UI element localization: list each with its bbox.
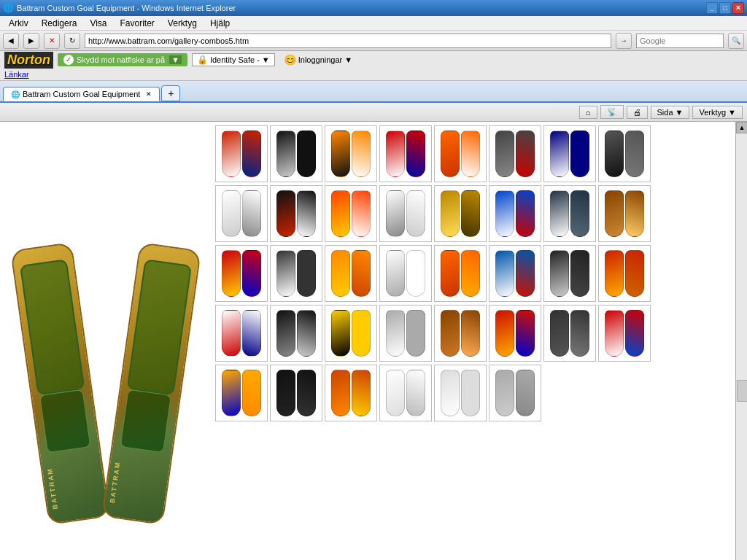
combo-item[interactable] <box>489 305 541 362</box>
maximize-button[interactable]: □ <box>719 2 731 14</box>
menu-arkiv[interactable]: Arkiv <box>3 17 34 30</box>
combo-item[interactable] <box>543 245 596 302</box>
combo-item[interactable] <box>434 305 487 362</box>
norton-shield-badge[interactable]: ✓ Skydd mot natfiske ar på ▼ <box>58 53 187 66</box>
mini-pad-left <box>441 190 460 237</box>
combo-item[interactable] <box>543 125 596 182</box>
scroll-up[interactable]: ▲ <box>736 122 747 133</box>
menu-redigera[interactable]: Redigera <box>36 17 83 30</box>
mini-pad-right <box>352 131 371 177</box>
new-tab-button[interactable]: + <box>161 85 180 101</box>
address-bar[interactable] <box>85 34 611 48</box>
menu-visa[interactable]: Visa <box>84 17 112 30</box>
combo-item[interactable] <box>598 125 651 182</box>
mini-pad-right <box>297 190 316 237</box>
combo-item[interactable] <box>598 305 651 362</box>
refresh-button[interactable]: ↻ <box>64 33 80 49</box>
scrollbar[interactable]: ▲ ▼ <box>735 122 747 560</box>
print-button[interactable]: 🖨 <box>627 106 648 119</box>
combo-item[interactable] <box>325 245 377 302</box>
combo-item[interactable] <box>489 365 541 421</box>
mini-pad-right <box>625 131 644 177</box>
home-button[interactable]: ⌂ <box>579 106 597 119</box>
combo-item[interactable] <box>215 125 268 182</box>
search-go-button[interactable]: 🔍 <box>728 33 744 49</box>
navbar: ◀ ▶ ✕ ↻ → 🔍 <box>0 31 747 51</box>
mini-pad-right <box>242 370 261 416</box>
main-tab[interactable]: 🌐 Battram Custom Goal Equipment ✕ <box>3 87 160 101</box>
combo-item[interactable] <box>489 185 541 242</box>
combo-item[interactable] <box>270 125 322 182</box>
norton-dropdown-icon[interactable]: ▼ <box>169 55 182 64</box>
menu-favoriter[interactable]: Favoriter <box>115 17 160 30</box>
tools-button[interactable]: Verktyg▼ <box>692 106 743 119</box>
combo-item[interactable] <box>489 245 541 302</box>
tab-icon: 🌐 <box>11 90 20 98</box>
mini-pad-left <box>276 190 295 237</box>
minimize-button[interactable]: _ <box>706 2 718 14</box>
mini-pad-right <box>570 310 589 357</box>
combo-item[interactable] <box>270 185 322 242</box>
combo-item[interactable] <box>434 185 487 242</box>
menu-verktyg[interactable]: Verktyg <box>162 17 203 30</box>
combo-item[interactable] <box>598 245 651 302</box>
combo-item[interactable] <box>434 365 487 421</box>
right-pad-overlay <box>127 259 192 395</box>
menu-hjalp[interactable]: Hjälp <box>204 17 236 30</box>
forward-button[interactable]: ▶ <box>23 33 39 49</box>
mini-pad-left <box>276 250 295 297</box>
combo-item[interactable] <box>215 185 268 242</box>
mini-pad-right <box>406 190 425 237</box>
combo-item[interactable] <box>270 305 322 362</box>
titlebar-left: 🌐 Battram Custom Goal Equipment - Window… <box>3 3 236 13</box>
combo-item[interactable] <box>489 125 541 182</box>
right-pad-emblem <box>120 389 171 454</box>
combo-item[interactable] <box>379 305 432 362</box>
combo-item[interactable] <box>215 365 268 421</box>
mini-pad-left <box>441 370 460 416</box>
inloggningar-button[interactable]: 😊 Inloggningar ▼ <box>279 53 357 66</box>
identity-safe-dropdown[interactable]: ▼ <box>262 55 270 64</box>
norton-logo: Norton <box>4 52 53 69</box>
stop-button[interactable]: ✕ <box>44 33 60 49</box>
mini-pad-left <box>495 310 514 357</box>
combo-item[interactable] <box>325 125 377 182</box>
combo-item[interactable] <box>325 365 377 421</box>
tab-close-icon[interactable]: ✕ <box>146 90 152 98</box>
inloggningar-dropdown[interactable]: ▼ <box>344 55 352 64</box>
combo-item[interactable] <box>379 125 432 182</box>
combo-item[interactable] <box>543 185 596 242</box>
menubar: Arkiv Redigera Visa Favoriter Verktyg Hj… <box>0 16 747 31</box>
content-row: BATTRAM BATTRAM ▲ ▼ <box>0 122 747 560</box>
mini-pad-left <box>331 370 350 416</box>
mini-pad-left <box>276 370 295 416</box>
close-button[interactable]: ✕ <box>732 2 744 14</box>
combo-item[interactable] <box>543 305 596 362</box>
mini-pad-right <box>516 370 535 416</box>
lankar-link[interactable]: Länkar <box>4 70 29 79</box>
page-button[interactable]: Sida▼ <box>651 106 690 119</box>
combo-item[interactable] <box>379 185 432 242</box>
combo-item[interactable] <box>215 305 268 362</box>
combo-item[interactable] <box>325 185 377 242</box>
mini-pad-left <box>550 250 569 297</box>
mini-pad-left <box>441 250 460 297</box>
combo-item[interactable] <box>434 125 487 182</box>
combo-item[interactable] <box>215 245 268 302</box>
identity-safe-button[interactable]: 🔒 Identity Safe - ▼ <box>192 53 275 66</box>
combo-item[interactable] <box>379 245 432 302</box>
tools-label: Verktyg <box>699 108 726 117</box>
back-button[interactable]: ◀ <box>3 33 19 49</box>
combo-item[interactable] <box>379 365 432 421</box>
combo-item[interactable] <box>270 365 322 421</box>
mini-pad-left <box>605 310 624 357</box>
go-button[interactable]: → <box>616 33 632 49</box>
combo-item[interactable] <box>598 185 651 242</box>
feeds-button[interactable]: 📡 <box>600 105 624 119</box>
combo-item[interactable] <box>270 245 322 302</box>
mini-pad-right <box>461 131 480 177</box>
combo-item[interactable] <box>434 245 487 302</box>
search-input[interactable] <box>636 34 724 48</box>
combo-item[interactable] <box>325 305 377 362</box>
mini-pad-left <box>331 131 350 177</box>
